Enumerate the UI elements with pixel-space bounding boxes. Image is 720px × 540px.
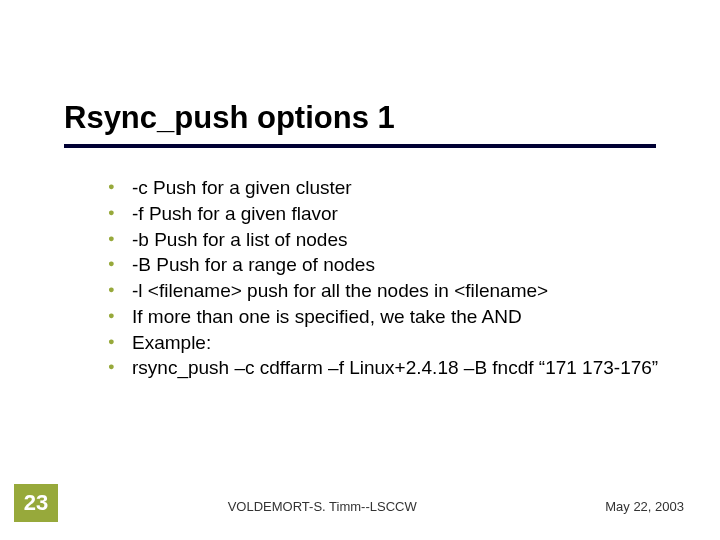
- list-item: Example:: [108, 331, 660, 355]
- page-number: 23: [24, 490, 48, 516]
- footer-date: May 22, 2003: [605, 499, 684, 514]
- list-item: -f Push for a given flavor: [108, 202, 660, 226]
- list-item: -l <filename> push for all the nodes in …: [108, 279, 660, 303]
- slide-title: Rsync_push options 1: [64, 100, 656, 136]
- bullet-list: -c Push for a given cluster -f Push for …: [108, 176, 660, 380]
- title-area: Rsync_push options 1: [0, 0, 720, 148]
- list-item: If more than one is specified, we take t…: [108, 305, 660, 329]
- page-number-badge: 23: [14, 484, 58, 522]
- list-item: -B Push for a range of nodes: [108, 253, 660, 277]
- list-item: -c Push for a given cluster: [108, 176, 660, 200]
- list-item: rsync_push –c cdffarm –f Linux+2.4.18 –B…: [108, 356, 660, 380]
- slide: Rsync_push options 1 -c Push for a given…: [0, 0, 720, 540]
- list-item: -b Push for a list of nodes: [108, 228, 660, 252]
- footer-center: VOLDEMORT-S. Timm--LSCCW: [228, 499, 417, 514]
- slide-body: -c Push for a given cluster -f Push for …: [0, 148, 720, 380]
